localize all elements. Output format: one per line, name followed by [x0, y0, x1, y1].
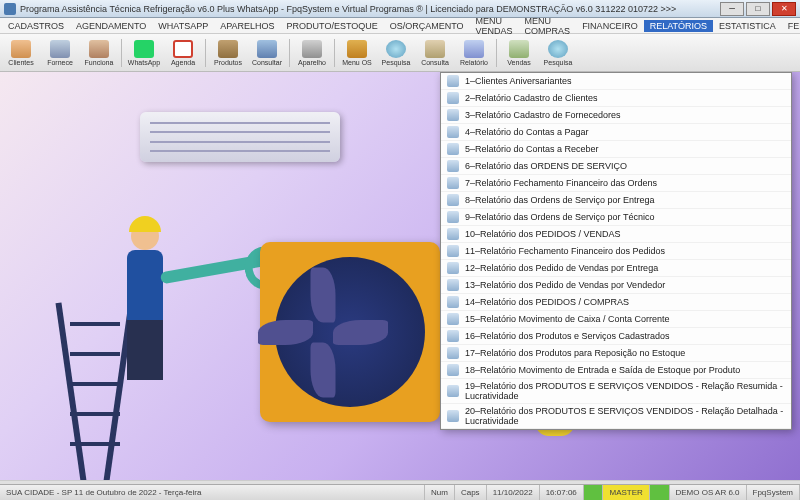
dropdown-item-14[interactable]: 14–Relatório dos PEDIDOS / COMPRAS	[441, 294, 791, 311]
tool-produtos[interactable]: Produtos	[209, 36, 247, 70]
agenda-icon	[173, 40, 193, 58]
tool-label: Pesquisa	[544, 59, 573, 66]
menu-ferramentas[interactable]: FERRAMENTAS	[782, 20, 800, 32]
dropdown-item-11[interactable]: 11–Relatório Fechamento Financeiro dos P…	[441, 243, 791, 260]
tool-agenda[interactable]: Agenda	[164, 36, 202, 70]
status-date: 11/10/2022	[487, 485, 540, 500]
relatório-icon	[464, 40, 484, 58]
dropdown-item-8[interactable]: 8–Relatório das Ordens de Serviço por En…	[441, 192, 791, 209]
menu-aparelhos[interactable]: APARELHOS	[214, 20, 280, 32]
dropdown-item-13[interactable]: 13–Relatório dos Pedido de Vendas por Ve…	[441, 277, 791, 294]
produtos-icon	[218, 40, 238, 58]
toolbar: ClientesForneceFuncionaWhatsAppAgendaPro…	[0, 34, 800, 72]
menu-os/orçamento[interactable]: OS/ORÇAMENTO	[384, 20, 470, 32]
dropdown-item-label: 13–Relatório dos Pedido de Vendas por Ve…	[465, 280, 665, 290]
tool-funciona[interactable]: Funciona	[80, 36, 118, 70]
dropdown-item-16[interactable]: 16–Relatório dos Produtos e Serviços Cad…	[441, 328, 791, 345]
menu-relatórios[interactable]: RELATÓRIOS	[644, 20, 713, 32]
tool-menu os[interactable]: Menu OS	[338, 36, 376, 70]
tool-fornece[interactable]: Fornece	[41, 36, 79, 70]
status-demo: DEMO OS AR 6.0	[670, 485, 747, 500]
consultar-icon	[257, 40, 277, 58]
dropdown-item-10[interactable]: 10–Relatório dos PEDIDOS / VENDAS	[441, 226, 791, 243]
tool-vendas[interactable]: Vendas	[500, 36, 538, 70]
window-controls: ─ □ ✕	[720, 2, 796, 16]
report-icon	[447, 296, 459, 308]
minimize-button[interactable]: ─	[720, 2, 744, 16]
dropdown-item-17[interactable]: 17–Relatório dos Produtos para Reposição…	[441, 345, 791, 362]
dropdown-item-9[interactable]: 9–Relatório das Ordens de Serviço por Té…	[441, 209, 791, 226]
funciona-icon	[89, 40, 109, 58]
report-icon	[447, 228, 459, 240]
dropdown-item-20[interactable]: 20–Relatório dos PRODUTOS E SERVIÇOS VEN…	[441, 404, 791, 429]
report-icon	[447, 330, 459, 342]
titlebar: Programa Assistência Técnica Refrigeraçã…	[0, 0, 800, 18]
tool-whatsapp[interactable]: WhatsApp	[125, 36, 163, 70]
report-icon	[447, 410, 459, 422]
report-icon	[447, 313, 459, 325]
clientes-icon	[11, 40, 31, 58]
dropdown-item-12[interactable]: 12–Relatório dos Pedido de Vendas por En…	[441, 260, 791, 277]
tool-label: Vendas	[507, 59, 530, 66]
report-icon	[447, 75, 459, 87]
tool-label: Consultar	[252, 59, 282, 66]
dropdown-item-15[interactable]: 15–Relatório Movimento de Caixa / Conta …	[441, 311, 791, 328]
report-icon	[447, 109, 459, 121]
tool-label: Aparelho	[298, 59, 326, 66]
status-indicator-2	[650, 485, 670, 500]
tool-label: Produtos	[214, 59, 242, 66]
dropdown-item-label: 7–Relatório Fechamento Financeiro das Or…	[465, 178, 657, 188]
menu-whatsapp[interactable]: WHATSAPP	[152, 20, 214, 32]
dropdown-item-3[interactable]: 3–Relatório Cadastro de Fornecedores	[441, 107, 791, 124]
status-num: Num	[425, 485, 455, 500]
menu os-icon	[347, 40, 367, 58]
report-icon	[447, 262, 459, 274]
app-icon	[4, 3, 16, 15]
tool-consulta[interactable]: Consulta	[416, 36, 454, 70]
tool-pesquisa[interactable]: Pesquisa	[377, 36, 415, 70]
menu-cadastros[interactable]: CADASTROS	[2, 20, 70, 32]
tool-label: Pesquisa	[382, 59, 411, 66]
report-icon	[447, 385, 459, 397]
whatsapp-icon	[134, 40, 154, 58]
tool-label: Funciona	[85, 59, 114, 66]
tool-pesquisa[interactable]: Pesquisa	[539, 36, 577, 70]
content-area: 1–Clientes Aniversariantes2–Relatório Ca…	[0, 72, 800, 480]
tool-label: Consulta	[421, 59, 449, 66]
dropdown-item-1[interactable]: 1–Clientes Aniversariantes	[441, 73, 791, 90]
dropdown-item-6[interactable]: 6–Relatório das ORDENS DE SERVIÇO	[441, 158, 791, 175]
status-brand: FpqSystem	[747, 485, 800, 500]
report-icon	[447, 160, 459, 172]
consulta-icon	[425, 40, 445, 58]
tool-aparelho[interactable]: Aparelho	[293, 36, 331, 70]
vendas-icon	[509, 40, 529, 58]
menu-financeiro[interactable]: FINANCEIRO	[576, 20, 644, 32]
pesquisa-icon	[548, 40, 568, 58]
tool-consultar[interactable]: Consultar	[248, 36, 286, 70]
report-icon	[447, 211, 459, 223]
dropdown-item-label: 17–Relatório dos Produtos para Reposição…	[465, 348, 685, 358]
close-button[interactable]: ✕	[772, 2, 796, 16]
tool-relatório[interactable]: Relatório	[455, 36, 493, 70]
dropdown-item-label: 5–Relatório do Contas a Receber	[465, 144, 599, 154]
maximize-button[interactable]: □	[746, 2, 770, 16]
dropdown-item-label: 11–Relatório Fechamento Financeiro dos P…	[465, 246, 665, 256]
tool-label: Fornece	[47, 59, 73, 66]
dropdown-item-label: 20–Relatório dos PRODUTOS E SERVIÇOS VEN…	[465, 406, 785, 426]
status-location: SUA CIDADE - SP 11 de Outubro de 2022 - …	[0, 485, 425, 500]
menu-agendamento[interactable]: AGENDAMENTO	[70, 20, 152, 32]
dropdown-item-19[interactable]: 19–Relatório dos PRODUTOS E SERVIÇOS VEN…	[441, 379, 791, 404]
report-icon	[447, 194, 459, 206]
menu-produto/estoque[interactable]: PRODUTO/ESTOQUE	[281, 20, 384, 32]
menu-estatistica[interactable]: ESTATISTICA	[713, 20, 782, 32]
aparelho-icon	[302, 40, 322, 58]
dropdown-item-2[interactable]: 2–Relatório Cadastro de Clientes	[441, 90, 791, 107]
tool-clientes[interactable]: Clientes	[2, 36, 40, 70]
dropdown-item-label: 3–Relatório Cadastro de Fornecedores	[465, 110, 621, 120]
dropdown-item-18[interactable]: 18–Relatório Movimento de Entrada e Saíd…	[441, 362, 791, 379]
dropdown-item-4[interactable]: 4–Relatório do Contas a Pagar	[441, 124, 791, 141]
dropdown-item-label: 4–Relatório do Contas a Pagar	[465, 127, 589, 137]
dropdown-item-7[interactable]: 7–Relatório Fechamento Financeiro das Or…	[441, 175, 791, 192]
dropdown-item-label: 19–Relatório dos PRODUTOS E SERVIÇOS VEN…	[465, 381, 785, 401]
dropdown-item-5[interactable]: 5–Relatório do Contas a Receber	[441, 141, 791, 158]
